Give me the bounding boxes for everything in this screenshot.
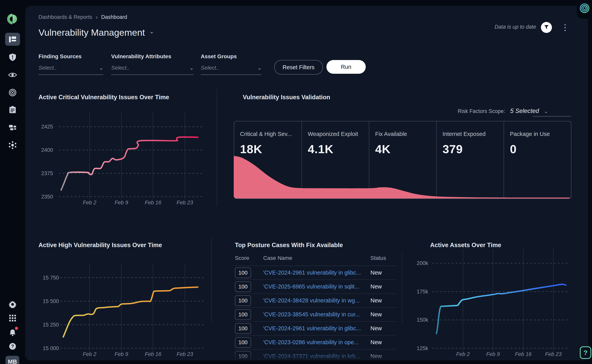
status-text: New xyxy=(370,283,382,290)
validation-card-value: 4.1K xyxy=(308,142,369,156)
sidebar-item-help[interactable]: ? xyxy=(0,340,25,353)
page-title: Vulnerability Management xyxy=(39,27,145,38)
risk-scope-label: Risk Factors Scope: xyxy=(458,108,505,114)
select-placeholder: Select.. xyxy=(111,65,129,71)
status-text: New xyxy=(370,353,382,359)
case-link[interactable]: 'CVE-2024-37371 vulnerability in krb... xyxy=(263,353,360,359)
table-body: 100'CVE-2024-2961 vulnerability in glibc… xyxy=(235,266,396,363)
case-link[interactable]: 'CVE-2024-38428 vulnerability in wg... xyxy=(263,297,360,304)
status-text: New xyxy=(370,339,382,345)
validation-card-4[interactable]: Package in Use0 xyxy=(504,121,571,198)
sidebar-item-reports[interactable] xyxy=(0,103,25,117)
validation-card-value: 379 xyxy=(443,142,504,156)
sidebar-item-visibility[interactable] xyxy=(0,68,25,82)
status-text: New xyxy=(370,269,382,276)
rings-logo xyxy=(579,2,592,15)
sidebar-item-risks[interactable] xyxy=(0,51,25,64)
data-status: Data is up to date xyxy=(495,24,538,30)
table-title: Top Posture Cases With Fix Available xyxy=(235,242,343,249)
score-badge: 100 xyxy=(235,351,251,362)
table-row: 100'CVE-2024-37371 vulnerability in krb.… xyxy=(235,350,396,363)
divider-vertical xyxy=(217,89,217,206)
apps-grid-icon xyxy=(9,315,16,321)
case-link[interactable]: 'CVE-2023-38545 vulnerability in cur... xyxy=(263,311,360,318)
bullseye-icon xyxy=(9,89,16,97)
score-badge: 100 xyxy=(235,323,251,334)
table-row: 100'CVE-2024-2961 vulnerability in glibc… xyxy=(235,266,396,280)
critical-chart-title: Active Critical Vulnerability Issues Ove… xyxy=(39,94,169,101)
dashboard-icon xyxy=(9,36,16,43)
validation-card-1[interactable]: Weaponized Exploit4.1K xyxy=(302,121,369,198)
sidebar-item-dashboards[interactable] xyxy=(0,33,25,46)
dashboard-title-dropdown[interactable]: Vulnerability Management ⌄ xyxy=(39,27,154,38)
filter-label: Asset Groups xyxy=(201,53,262,60)
validation-card-value: 18K xyxy=(240,142,302,156)
case-link[interactable]: 'CVE-2024-2961 vulnerability in glibc... xyxy=(263,269,361,276)
validation-card-2[interactable]: Fix Available4K xyxy=(369,121,436,198)
risk-scope-dropdown[interactable]: 5 Selected xyxy=(510,107,539,115)
column-score: Score xyxy=(235,255,263,261)
table-row: 100'CVE-2023-38545 vulnerability in cur.… xyxy=(235,308,396,322)
gear-icon xyxy=(9,301,16,308)
breadcrumb-dashboard[interactable]: Dashboard xyxy=(101,14,127,20)
reset-filters-button[interactable]: Reset Filters xyxy=(274,60,323,75)
case-link[interactable]: 'CVE-2024-2961 vulnerability in glibc... xyxy=(263,325,361,332)
select-placeholder: Select.. xyxy=(39,65,57,71)
table-row: 100'CVE-2024-38428 vulnerability in wg..… xyxy=(235,294,396,308)
eye-icon xyxy=(8,72,17,78)
validation-card-0[interactable]: Critical & High Sev...18K xyxy=(234,121,302,198)
sidebar-item-assets[interactable] xyxy=(0,121,25,134)
sidebar-item-apps[interactable] xyxy=(0,312,25,325)
column-case-name: Case Name xyxy=(263,255,370,261)
validation-card-3[interactable]: Internet Exposed379 xyxy=(436,121,504,198)
validation-title: Vulnerability Issues Validation xyxy=(243,94,330,101)
filter-vulnerability-attributes: Vulnerability Attributes Select.. ⌄ xyxy=(111,53,194,75)
table-row: 100'CVE-2023-0286 vulnerability in ope..… xyxy=(235,336,396,350)
run-button[interactable]: Run xyxy=(326,60,366,74)
breadcrumb-dashboards-reports[interactable]: Dashboards & Reports xyxy=(39,14,92,20)
asset-groups-select[interactable]: Select.. ⌄ xyxy=(201,65,262,75)
table-row: 100'CVE-2025-6965 vulnerability in sqlit… xyxy=(235,280,396,294)
table-header: Score Case Name Status xyxy=(235,255,396,266)
breadcrumb: Dashboards & Reports › Dashboard xyxy=(39,14,127,20)
blocks-icon xyxy=(9,124,16,131)
filter-label: Finding Sources xyxy=(39,53,103,60)
app-logo xyxy=(6,13,19,26)
risk-factors-scope: Risk Factors Scope: 5 Selected ⌄ xyxy=(458,107,548,115)
risk-scope-underline xyxy=(533,116,571,117)
validation-card-label: Internet Exposed xyxy=(443,131,504,137)
filter-label: Vulnerability Attributes xyxy=(111,53,194,60)
chevron-down-icon: ⌄ xyxy=(99,65,103,71)
shield-alert-icon xyxy=(9,53,16,61)
kebab-menu[interactable]: ⋮ xyxy=(561,22,569,33)
clipboard-icon xyxy=(9,106,16,114)
posture-table: Score Case Name Status 100'CVE-2024-2961… xyxy=(235,255,396,363)
validation-panel: Critical & High Sev...18KWeaponized Expl… xyxy=(234,121,571,199)
sidebar-item-notifications[interactable] xyxy=(0,325,25,339)
filter-finding-sources: Finding Sources Select.. ⌄ xyxy=(39,53,103,75)
case-link[interactable]: 'CVE-2025-6965 vulnerability in sqlit... xyxy=(263,283,359,290)
avatar[interactable]: MB xyxy=(6,356,19,364)
select-placeholder: Select.. xyxy=(201,65,219,71)
assets-chart-title: Active Assets Over Time xyxy=(430,242,501,249)
question-circle-icon: ? xyxy=(9,343,16,350)
finding-sources-select[interactable]: Select.. ⌄ xyxy=(39,65,103,75)
score-badge: 100 xyxy=(235,295,251,306)
sidebar-item-settings[interactable] xyxy=(0,298,25,311)
validation-card-label: Critical & High Sev... xyxy=(240,131,302,137)
breadcrumb-separator: › xyxy=(96,14,98,20)
chevron-down-icon: ⌄ xyxy=(257,65,262,71)
vulnerability-attributes-select[interactable]: Select.. ⌄ xyxy=(111,65,194,75)
score-badge: 100 xyxy=(235,337,251,348)
column-status: Status xyxy=(370,255,396,261)
case-link[interactable]: 'CVE-2023-0286 vulnerability in ope... xyxy=(263,339,359,345)
help-button[interactable]: ? xyxy=(580,346,591,359)
sidebar-item-connections[interactable] xyxy=(0,138,25,152)
chevron-down-icon: ⌄ xyxy=(544,109,548,114)
filter-button[interactable] xyxy=(541,22,552,33)
validation-card-label: Weaponized Exploit xyxy=(308,131,369,137)
svg-text:?: ? xyxy=(11,344,14,349)
validation-card-value: 0 xyxy=(510,142,571,156)
chevron-down-icon: ⌄ xyxy=(189,65,194,71)
sidebar-item-exposure[interactable] xyxy=(0,86,25,99)
